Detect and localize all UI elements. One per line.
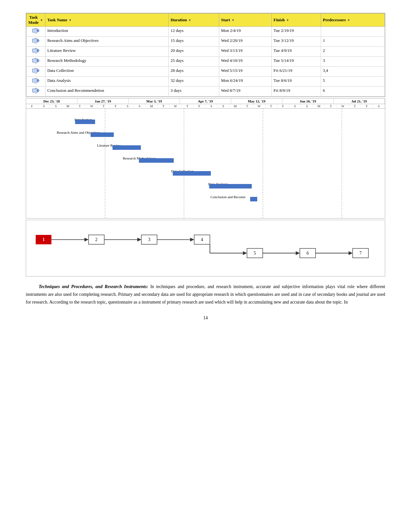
gantt-day-label: S — [122, 104, 134, 108]
gantt-day-label: S — [301, 104, 313, 108]
node-4-label: 4 — [201, 237, 203, 242]
duration-cell: 12 days — [169, 27, 219, 37]
svg-rect-19 — [33, 90, 37, 92]
node-5-label: 5 — [254, 251, 256, 256]
task-mode-cell — [26, 47, 45, 57]
start-cell: Wed 4/10/19 — [219, 57, 271, 67]
gantt-day-label: F — [26, 104, 38, 108]
start-cell: Mon 6/24/19 — [219, 77, 271, 87]
arrowhead-2-3 — [137, 238, 142, 242]
duration-cell: 3 days — [169, 87, 219, 97]
task-name-cell: Data Analysis — [45, 77, 168, 87]
network-diagram: 1 2 3 4 5 6 7 — [26, 220, 385, 276]
finish-cell: Tue 3/12/19 — [271, 37, 321, 47]
gantt-day-label: S — [38, 104, 50, 108]
page-number: 14 — [26, 315, 385, 321]
predecessors-cell — [321, 27, 385, 37]
duration-cell: 20 days — [169, 47, 219, 57]
finish-cell: Fri 6/21/19 — [271, 67, 321, 77]
gantt-day-label: S — [218, 104, 230, 108]
section-heading: Techniques and Procedures, and Research … — [39, 284, 148, 289]
node-1-label: 1 — [43, 237, 45, 242]
gantt-bar — [139, 158, 174, 163]
task-name-cell: Conclusion and Recommendetion — [45, 87, 168, 97]
th-task-name: Task Name ▼ — [45, 14, 168, 27]
gantt-day-label: T — [349, 104, 361, 108]
gantt-month-label: Jul 21, '19 — [334, 99, 385, 104]
task-name-cell: Research Aims and Objectives — [45, 37, 168, 47]
finish-cell: Fri 8/9/19 — [271, 87, 321, 97]
task-mode-cell — [26, 77, 45, 87]
gantt-month-label: Apr 7, '19 — [180, 99, 231, 104]
task-name-cell: Data Collection — [45, 67, 168, 77]
predecessors-cell: 1 — [321, 37, 385, 47]
gantt-body: IntroductionResearch Aims and Objectives… — [26, 109, 385, 218]
th-duration: Duration ▼ — [169, 14, 219, 27]
svg-rect-4 — [33, 40, 37, 42]
gantt-day-label: M — [313, 104, 325, 108]
gantt-table-container: TaskMode ▼ Task Name ▼ Duration ▼ Start … — [26, 13, 385, 97]
duration-cell: 15 days — [169, 37, 219, 47]
finish-cell: Tue 8/6/19 — [271, 77, 321, 87]
predecessors-cell: 5 — [321, 77, 385, 87]
body-text: Techniques and Procedures, and Research … — [26, 283, 385, 306]
gantt-bar — [75, 120, 95, 124]
network-svg: 1 2 3 4 5 6 7 — [33, 227, 378, 268]
predecessors-cell: 3,4 — [321, 67, 385, 77]
gantt-day-label: T — [74, 104, 86, 108]
gantt-day-label: S — [50, 104, 62, 108]
node-2-label: 2 — [95, 237, 98, 242]
arrowhead-3-4 — [190, 238, 194, 242]
gantt-day-label: F — [361, 104, 373, 108]
gantt-day-label: F — [193, 104, 205, 108]
task-name-cell: Introduction — [45, 27, 168, 37]
gantt-month-label: Jun 16, '19 — [282, 99, 334, 104]
start-cell: Mon 2/4/19 — [219, 27, 271, 37]
finish-cell: Tue 4/9/19 — [271, 47, 321, 57]
gantt-day-label: S — [289, 104, 301, 108]
node-6-label: 6 — [307, 251, 309, 256]
task-mode-cell — [26, 67, 45, 77]
start-cell: Wed 3/13/19 — [219, 47, 271, 57]
node-3-label: 3 — [148, 237, 150, 242]
gantt-day-label: T — [241, 104, 253, 108]
gantt-days-row: FSSMTWTFSSMTWTFSSMTWTFSSMTWTFS — [26, 104, 385, 109]
gantt-bar — [113, 145, 141, 150]
gantt-chart: Dec 23, '18Jan 27, '19Mar 3, '19Apr 7, '… — [26, 98, 385, 218]
th-predecessors: Predecessors ▼ — [321, 14, 385, 27]
gantt-day-label: T — [265, 104, 277, 108]
task-mode-cell — [26, 27, 45, 37]
svg-rect-1 — [33, 30, 37, 32]
start-cell: Wed 5/15/19 — [219, 67, 271, 77]
start-cell: Wed 8/7/19 — [219, 87, 271, 97]
gantt-day-label: T — [181, 104, 193, 108]
gantt-day-label: M — [62, 104, 74, 108]
arrowhead-6-7 — [348, 251, 353, 255]
gantt-day-label: T — [325, 104, 337, 108]
duration-cell: 32 days — [169, 77, 219, 87]
start-cell: Wed 2/20/19 — [219, 37, 271, 47]
gantt-month-label: May 12, '19 — [231, 99, 282, 104]
gantt-bar — [91, 132, 114, 137]
svg-rect-10 — [33, 60, 37, 62]
th-task-mode: TaskMode ▼ — [26, 14, 45, 27]
node-7-label: 7 — [359, 251, 362, 256]
task-mode-cell — [26, 37, 45, 47]
task-mode-cell — [26, 87, 45, 97]
task-name-cell: Litrature Review — [45, 47, 168, 57]
gantt-day-label: W — [337, 104, 349, 108]
svg-rect-7 — [33, 50, 37, 52]
task-mode-cell — [26, 57, 45, 67]
predecessors-cell: 2 — [321, 47, 385, 57]
gantt-day-label: S — [373, 104, 385, 108]
duration-cell: 25 days — [169, 57, 219, 67]
svg-rect-13 — [33, 70, 37, 72]
gantt-day-label: M — [146, 104, 158, 108]
arrowhead-1-2 — [84, 238, 89, 242]
gantt-month-label: Mar 3, '19 — [129, 99, 180, 104]
gantt-month-label: Jan 27, '19 — [77, 99, 129, 104]
duration-cell: 28 days — [169, 67, 219, 77]
arrowhead-5-6 — [296, 251, 300, 255]
arrowhead-4-5 — [243, 251, 247, 255]
gantt-day-label: S — [205, 104, 217, 108]
